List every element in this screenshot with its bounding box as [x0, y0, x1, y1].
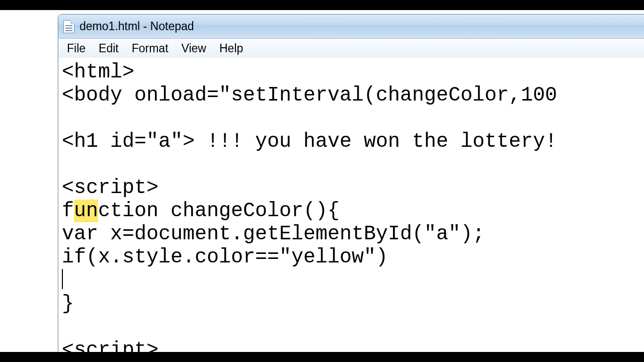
letterbox-bottom: [0, 352, 644, 362]
text-caret: [62, 269, 63, 289]
code-line: <body onload="setInterval(changeColor,10…: [62, 84, 557, 107]
menu-format[interactable]: Format: [125, 40, 175, 57]
code-line: }: [62, 293, 74, 315]
highlighted-text: un: [74, 200, 98, 222]
titlebar[interactable]: demo1.html - Notepad: [58, 15, 644, 39]
menubar: File Edit Format View Help: [58, 39, 644, 58]
menu-view[interactable]: View: [175, 40, 213, 57]
menu-edit[interactable]: Edit: [92, 40, 125, 57]
window-title: demo1.html - Notepad: [79, 20, 194, 33]
code-line: <script>: [62, 176, 158, 199]
letterbox-top: [0, 0, 644, 10]
menu-file[interactable]: File: [60, 40, 92, 57]
code-line: <html>: [62, 61, 134, 83]
code-line: var x=document.getElementById("a");: [62, 223, 485, 245]
code-line: [62, 269, 63, 292]
menu-help[interactable]: Help: [213, 40, 250, 57]
stage: demo1.html - Notepad File Edit Format Vi…: [0, 10, 644, 352]
code-line: if(x.style.color=="yellow"): [62, 246, 388, 268]
code-line: function changeColor(){: [62, 200, 340, 222]
notepad-window: demo1.html - Notepad File Edit Format Vi…: [58, 14, 644, 357]
text-editor-area[interactable]: <html> <body onload="setInterval(changeC…: [59, 58, 644, 356]
notepad-file-icon: [63, 20, 74, 33]
code-line: <h1 id="a"> !!! you have won the lottery…: [62, 130, 557, 153]
